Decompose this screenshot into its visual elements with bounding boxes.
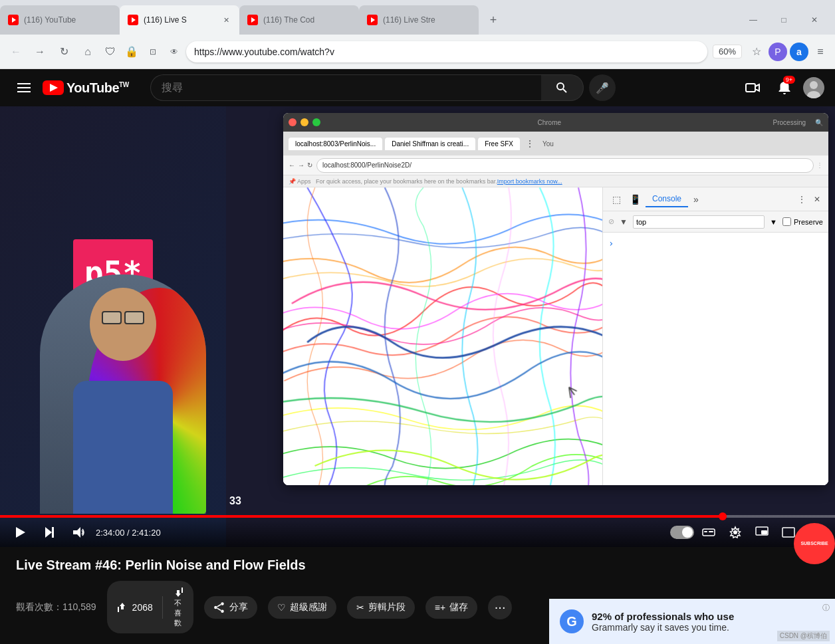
devtools-inspect-icon[interactable]: ⬚ <box>608 191 624 207</box>
play-button[interactable] <box>8 520 32 544</box>
lock-icon: 🔒 <box>122 43 141 61</box>
preserve-log-option[interactable]: Preserve <box>782 217 823 226</box>
pocket-icon[interactable]: P <box>769 43 787 61</box>
nested-back-icon[interactable]: ← <box>289 161 295 169</box>
preserve-log-checkbox[interactable] <box>782 217 791 226</box>
view-count: 觀看次數：110,589 <box>16 601 96 613</box>
tab-3[interactable]: (116) The Cod <box>239 5 359 35</box>
nested-forward-icon[interactable]: → <box>298 161 304 169</box>
address-input[interactable] <box>186 41 707 62</box>
maximize-button[interactable]: □ <box>769 10 799 30</box>
svg-point-36 <box>214 605 217 609</box>
video-controls: 2:34:00 / 2:41:20 <box>0 515 835 547</box>
tab-1-favicon <box>8 15 19 25</box>
dislike-label: 不喜歡 <box>174 598 181 628</box>
nested-tab-1[interactable]: localhost:8003/PerlinNois... <box>289 138 382 150</box>
progress-filled <box>0 515 727 518</box>
subtitles-button[interactable] <box>697 520 721 544</box>
nested-tab-2[interactable]: Daniel Shiffman is creati... <box>385 138 475 150</box>
ad-info-icon[interactable]: ⓘ <box>822 603 830 613</box>
autoplay-toggle[interactable] <box>670 526 694 539</box>
tab-2-close[interactable]: ✕ <box>221 15 231 25</box>
svg-rect-29 <box>704 531 707 532</box>
tab-4[interactable]: (116) Live Stre <box>359 5 479 35</box>
svg-rect-9 <box>17 87 31 88</box>
bookmark-icon[interactable]: ☆ <box>747 43 766 61</box>
clip-button[interactable]: ✂ 剪輯片段 <box>347 596 415 619</box>
zoom-level[interactable]: 60% <box>713 45 742 58</box>
more-actions-button[interactable]: ··· <box>488 595 512 619</box>
voice-search-button[interactable]: 🎤 <box>589 74 616 101</box>
search-container: 🎤 <box>150 74 616 101</box>
devtools-filter-arrow[interactable]: ▼ <box>770 218 777 226</box>
video-player[interactable]: p5* p5 β Processing <box>0 106 835 547</box>
create-video-button[interactable] <box>739 74 766 101</box>
svg-point-35 <box>221 602 224 605</box>
home-button[interactable]: ⌂ <box>77 41 98 62</box>
devtools-filter-bar: ⊘ ▼ ▼ Preserve <box>603 211 828 233</box>
csdn-watermark: CSDN @槟博伯 <box>777 631 830 641</box>
forward-button[interactable]: → <box>29 41 51 62</box>
mute-button[interactable] <box>66 520 90 544</box>
refresh-button[interactable]: ↻ <box>53 41 74 62</box>
subscribe-circle[interactable]: SUBSCRIBE <box>794 523 835 564</box>
devtools-filter-input[interactable] <box>633 215 765 229</box>
nested-tab-bar: localhost:8003/PerlinNois... Daniel Shif… <box>283 132 828 156</box>
console-prompt[interactable]: › <box>606 235 826 251</box>
settings-button[interactable] <box>723 520 747 544</box>
nested-content: ⬚ 📱 Console » ⋮ ✕ <box>283 187 828 485</box>
miniplayer-button[interactable] <box>750 520 774 544</box>
menu-icon[interactable]: ≡ <box>811 43 830 61</box>
dislike-section[interactable]: 不喜歡 <box>163 581 193 633</box>
devtools-close-button[interactable]: ✕ <box>811 193 823 205</box>
heart-icon: ♡ <box>277 602 286 613</box>
svg-rect-13 <box>746 84 755 92</box>
search-button[interactable] <box>541 74 584 101</box>
notifications-button[interactable]: 9+ <box>771 74 798 101</box>
traffic-light-maximize[interactable] <box>312 118 320 126</box>
svg-marker-14 <box>755 84 759 91</box>
tab-2[interactable]: (116) Live S ✕ <box>120 5 239 35</box>
like-button[interactable]: 2068 不喜歡 <box>107 581 193 633</box>
youtube-logo[interactable]: YouTubeTW <box>43 80 129 96</box>
account-icon[interactable]: a <box>790 43 808 61</box>
super-thanks-button[interactable]: ♡ 超級感謝 <box>268 596 336 619</box>
like-section[interactable]: 2068 <box>107 596 163 619</box>
devtools-console-area[interactable]: › <box>603 233 828 485</box>
search-input[interactable] <box>150 74 541 101</box>
tab-1[interactable]: (116) YouTube <box>0 5 120 35</box>
svg-marker-24 <box>16 527 25 538</box>
back-button[interactable]: ← <box>5 41 27 62</box>
svg-point-37 <box>221 609 224 613</box>
devtools-filter-icon[interactable]: ▼ <box>620 217 628 227</box>
window-controls: — □ ✕ <box>738 10 835 30</box>
clip-label: 剪輯片段 <box>368 601 406 613</box>
stream-presenter <box>40 261 213 514</box>
devtools-actions: ⋮ ✕ <box>795 193 823 205</box>
youtube-logo-text: YouTubeTW <box>66 80 129 96</box>
progress-thumb[interactable] <box>719 512 727 520</box>
devtools-device-icon[interactable]: 📱 <box>627 191 643 207</box>
devtools-error-filter[interactable]: ⊘ <box>608 217 614 226</box>
progress-bar[interactable] <box>0 515 835 518</box>
nested-address-input[interactable] <box>316 158 814 173</box>
close-button[interactable]: ✕ <box>799 10 830 30</box>
nested-refresh-icon[interactable]: ↻ <box>307 161 312 169</box>
traffic-light-close[interactable] <box>289 118 297 126</box>
user-avatar[interactable] <box>803 77 824 98</box>
share-button[interactable]: 分享 <box>204 596 257 619</box>
devtools-console-tab[interactable]: Console <box>646 191 688 207</box>
new-tab-button[interactable]: + <box>484 11 503 29</box>
devtools-more-icon[interactable]: » <box>693 194 699 205</box>
minimize-button[interactable]: — <box>738 10 769 30</box>
next-button[interactable] <box>37 520 61 544</box>
youtube-content: p5* p5 β Processing <box>0 106 835 644</box>
nested-tab-more: ⋮ <box>525 138 535 149</box>
nested-menu-icon[interactable]: ⋮ <box>816 161 823 169</box>
devtools-more-button[interactable]: ⋮ <box>795 193 808 205</box>
hamburger-menu[interactable] <box>11 74 37 101</box>
header-actions: 9+ <box>739 74 824 101</box>
nested-tab-3[interactable]: Free SFX <box>478 138 520 150</box>
save-button[interactable]: ≡+ 儲存 <box>425 596 477 619</box>
traffic-light-minimize[interactable] <box>300 118 308 126</box>
